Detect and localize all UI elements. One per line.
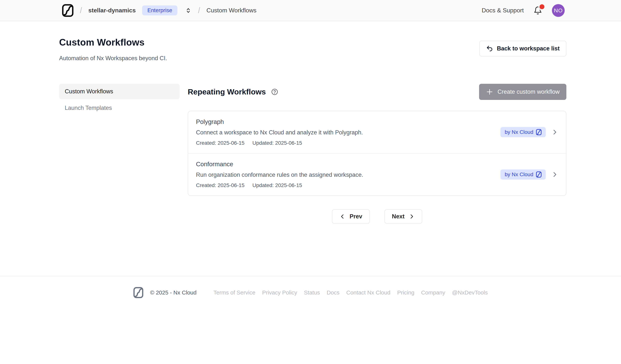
top-navigation-bar: / stellar-dynamics Enterprise / Custom W… (0, 0, 621, 21)
sidebar-item-label: Custom Workflows (65, 88, 113, 95)
nx-cloud-footer-logo-icon (133, 287, 143, 298)
breadcrumb-separator: / (80, 6, 82, 15)
footer-link-pricing[interactable]: Pricing (397, 289, 414, 296)
by-nx-cloud-badge[interactable]: by Nx Cloud (500, 127, 546, 137)
footer-links: Terms of Service Privacy Policy Status D… (213, 289, 488, 296)
avatar[interactable]: NO (552, 4, 565, 17)
next-label: Next (392, 213, 405, 220)
next-page-button[interactable]: Next (384, 209, 422, 224)
back-to-workspace-list-button[interactable]: Back to workspace list (479, 41, 566, 56)
sidebar-item-custom-workflows[interactable]: Custom Workflows (59, 84, 180, 99)
workflow-meta: Created: 2025-06-15 Updated: 2025-06-15 (196, 182, 500, 188)
footer: © 2025 - Nx Cloud Terms of Service Priva… (0, 276, 621, 298)
workflow-created: Created: 2025-06-15 (196, 140, 244, 146)
workflow-title: Conformance (196, 161, 500, 168)
breadcrumb-separator: / (198, 6, 200, 15)
workspace-name[interactable]: stellar-dynamics (88, 7, 136, 14)
plan-badge: Enterprise (142, 5, 177, 15)
workspace-switcher-icon[interactable] (185, 7, 192, 14)
workflow-meta: Created: 2025-06-15 Updated: 2025-06-15 (196, 140, 500, 146)
chevron-right-icon[interactable] (551, 129, 558, 136)
footer-link-nxdevtools[interactable]: @NxDevTools (452, 289, 488, 296)
nx-cloud-logo-icon[interactable] (62, 3, 74, 17)
footer-link-contact[interactable]: Contact Nx Cloud (346, 289, 391, 296)
badge-label: by Nx Cloud (505, 129, 533, 135)
notification-dot (539, 4, 544, 9)
docs-support-link[interactable]: Docs & Support (482, 7, 524, 14)
back-button-label: Back to workspace list (497, 45, 560, 52)
prev-page-button[interactable]: Prev (332, 209, 370, 224)
breadcrumb: / stellar-dynamics Enterprise / Custom W… (62, 3, 257, 17)
create-custom-workflow-button[interactable]: Create custom workflow (479, 84, 566, 100)
nx-logo-icon (536, 129, 542, 135)
workflow-description: Run organization conformance rules on th… (196, 172, 500, 178)
sidebar-item-launch-templates[interactable]: Launch Templates (59, 100, 180, 116)
header-actions: Docs & Support NO (482, 4, 565, 17)
help-icon[interactable] (271, 88, 278, 95)
copyright-text: © 2025 - Nx Cloud (150, 289, 197, 296)
plus-icon (486, 88, 493, 95)
workflow-description: Connect a workspace to Nx Cloud and anal… (196, 129, 500, 136)
badge-label: by Nx Cloud (505, 172, 533, 177)
chevron-right-icon[interactable] (551, 171, 558, 178)
workflow-row-polygraph[interactable]: Polygraph Connect a workspace to Nx Clou… (188, 111, 566, 153)
footer-link-status[interactable]: Status (304, 289, 320, 296)
sidebar: Custom Workflows Launch Templates (59, 84, 180, 224)
main-content: Custom Workflows Automation of Nx Worksp… (0, 21, 621, 276)
workflow-updated: Updated: 2025-06-15 (252, 140, 302, 146)
workflow-info: Polygraph Connect a workspace to Nx Clou… (196, 118, 500, 146)
workflow-title: Polygraph (196, 118, 500, 126)
undo-arrow-icon (486, 45, 493, 52)
workflow-info: Conformance Run organization conformance… (196, 161, 500, 188)
footer-link-docs[interactable]: Docs (327, 289, 339, 296)
page-title: Custom Workflows (59, 37, 167, 48)
by-nx-cloud-badge[interactable]: by Nx Cloud (500, 169, 546, 180)
notifications-button[interactable] (534, 6, 542, 15)
breadcrumb-current-page: Custom Workflows (207, 7, 257, 14)
create-button-label: Create custom workflow (498, 88, 560, 95)
page-header-text: Custom Workflows Automation of Nx Worksp… (59, 37, 167, 62)
workflow-updated: Updated: 2025-06-15 (252, 182, 302, 188)
chevron-left-icon (339, 213, 345, 220)
page-header: Custom Workflows Automation of Nx Worksp… (59, 37, 566, 62)
section-title: Repeating Workflows (188, 88, 266, 96)
footer-link-terms[interactable]: Terms of Service (213, 289, 255, 296)
footer-link-privacy[interactable]: Privacy Policy (262, 289, 297, 296)
page-subtitle: Automation of Nx Workspaces beyond CI. (59, 55, 167, 62)
workflow-created: Created: 2025-06-15 (196, 182, 244, 188)
workflow-row-actions: by Nx Cloud (500, 169, 558, 180)
nx-logo-icon (536, 171, 542, 178)
workflow-row-actions: by Nx Cloud (500, 127, 558, 137)
repeating-workflows-section: Repeating Workflows Create custom workfl… (188, 84, 566, 224)
pagination: Prev Next (188, 209, 566, 224)
footer-link-company[interactable]: Company (421, 289, 445, 296)
workflow-row-conformance[interactable]: Conformance Run organization conformance… (188, 153, 566, 195)
prev-label: Prev (349, 213, 362, 220)
chevron-right-icon (409, 213, 415, 220)
sidebar-item-label: Launch Templates (65, 105, 112, 111)
workflow-list: Polygraph Connect a workspace to Nx Clou… (188, 111, 566, 196)
